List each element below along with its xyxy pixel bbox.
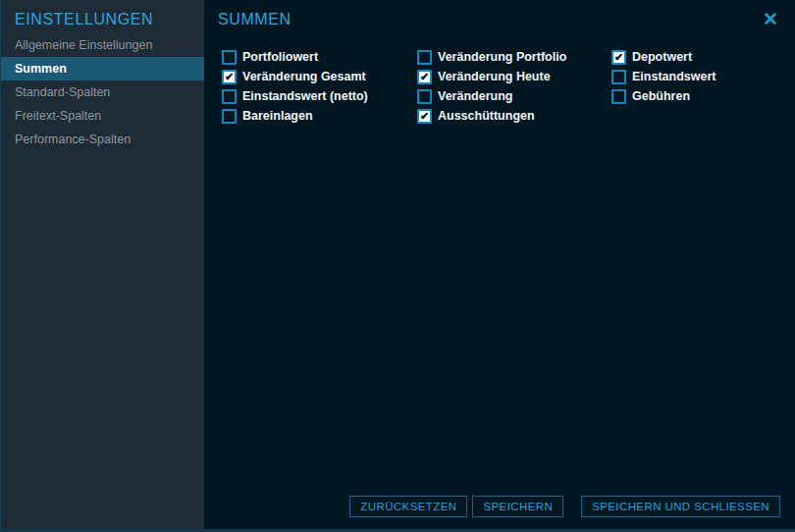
checkbox-row-veränderung-portfolio[interactable]: Veränderung Portfolio [417,47,611,67]
checkbox-column-1: Portfoliowert✔Veränderung GesamtEinstand… [222,47,417,126]
checkbox[interactable] [222,89,237,104]
check-icon: ✔ [225,71,234,81]
checkbox-label: Einstandswert [632,70,716,83]
check-icon: ✔ [420,110,429,121]
checkbox[interactable]: ✔ [222,70,237,84]
check-icon: ✔ [420,71,429,81]
page-title: SUMMEN [218,11,292,28]
sidebar-item-performance-spalten[interactable]: Performance-Spalten [1,128,204,151]
checkbox-row-einstandswert[interactable]: Einstandswert [611,67,785,86]
speichern-button[interactable]: SPEICHERN [472,496,563,517]
checkbox[interactable] [222,109,237,124]
checkbox-label: Einstandswert (netto) [242,89,368,103]
checkbox-label: Veränderung Heute [438,70,551,83]
close-icon[interactable]: ✕ [763,10,778,28]
checkbox[interactable]: ✔ [611,50,626,65]
checkbox[interactable] [417,50,432,65]
sidebar-title: EINSTELLUNGEN [1,0,204,33]
settings-dialog: EINSTELLUNGEN Allgemeine EinstellungenSu… [0,0,795,532]
sidebar-item-freitext-spalten[interactable]: Freitext-Spalten [1,104,204,128]
checkbox-row-depotwert[interactable]: ✔Depotwert [611,47,785,67]
checkbox-label: Veränderung Portfolio [438,50,566,64]
checkbox[interactable] [417,89,432,104]
checkbox[interactable] [611,70,626,84]
checkbox-row-ausschüttungen[interactable]: ✔Ausschüttungen [417,106,611,126]
checkbox-column-2: Veränderung Portfolio✔Veränderung HeuteV… [417,47,611,126]
checkbox-label: Veränderung [438,89,512,103]
checkbox[interactable] [611,89,626,104]
checkbox-label: Gebühren [632,89,690,103]
checkbox-row-veränderung-heute[interactable]: ✔Veränderung Heute [417,67,611,86]
checkbox-label: Portfoliowert [242,50,318,64]
sidebar-item-allgemeine-einstellungen[interactable]: Allgemeine Einstellungen [1,33,204,57]
sidebar-nav: Allgemeine EinstellungenSummenStandard-S… [1,33,204,151]
main-panel: SUMMEN ✕ Portfoliowert✔Veränderung Gesam… [204,0,795,529]
checkbox-grid: Portfoliowert✔Veränderung GesamtEinstand… [222,47,785,126]
check-icon: ✔ [614,51,623,62]
checkbox-row-gebühren[interactable]: Gebühren [611,86,785,106]
zurücksetzen-button[interactable]: ZURÜCKSETZEN [349,496,467,517]
checkbox-label: Depotwert [632,50,692,64]
checkbox-row-bareinlagen[interactable]: Bareinlagen [222,106,417,126]
footer-actions: ZURÜCKSETZENSPEICHERNSPEICHERN UND SCHLI… [344,496,780,517]
checkbox-label: Bareinlagen [242,109,313,123]
speichern-und-schliessen-button[interactable]: SPEICHERN UND SCHLIESSEN [581,496,780,517]
checkbox-label: Veränderung Gesamt [242,70,366,83]
checkbox[interactable] [222,50,237,65]
checkbox-label: Ausschüttungen [438,109,535,123]
sidebar-item-standard-spalten[interactable]: Standard-Spalten [1,80,204,104]
checkbox[interactable]: ✔ [417,109,432,124]
checkbox[interactable]: ✔ [417,70,432,84]
checkbox-row-portfoliowert[interactable]: Portfoliowert [222,47,417,67]
checkbox-row-veränderung[interactable]: Veränderung [417,86,611,106]
checkbox-column-3: ✔DepotwertEinstandswertGebühren [611,47,785,126]
sidebar-item-summen[interactable]: Summen [1,57,204,80]
sidebar: EINSTELLUNGEN Allgemeine EinstellungenSu… [1,0,204,529]
checkbox-row-veränderung-gesamt[interactable]: ✔Veränderung Gesamt [222,67,417,86]
checkbox-row-einstandswert-netto[interactable]: Einstandswert (netto) [222,86,417,106]
